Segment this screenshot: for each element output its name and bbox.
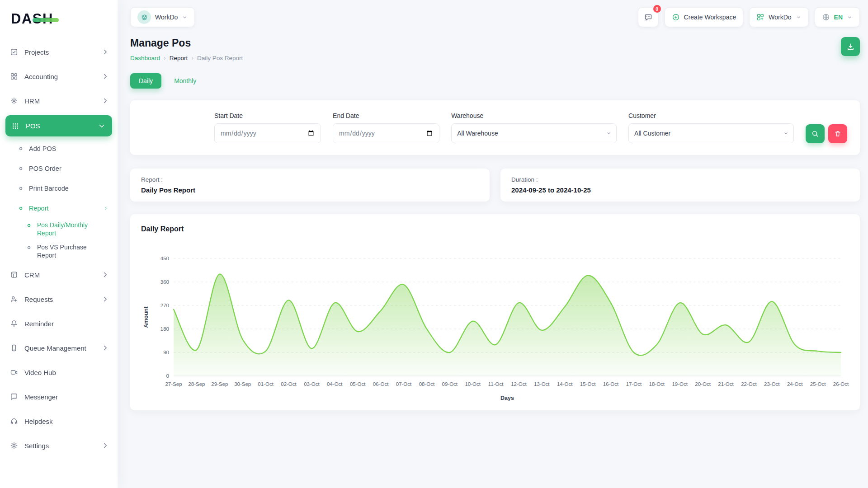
plus-circle-icon xyxy=(672,13,680,21)
sidebar-item-messenger[interactable]: Messenger xyxy=(0,385,118,409)
breadcrumb-dashboard[interactable]: Dashboard xyxy=(130,55,160,61)
svg-text:04-Oct: 04-Oct xyxy=(327,381,343,387)
language-button[interactable]: EN xyxy=(815,7,860,27)
svg-text:09-Oct: 09-Oct xyxy=(442,381,458,387)
sidebar-item-report[interactable]: Report xyxy=(0,198,118,218)
video-icon xyxy=(10,368,18,376)
chevron-right-icon xyxy=(101,271,109,279)
sidebar-item-hrm[interactable]: HRM xyxy=(0,89,118,113)
reminder-icon xyxy=(10,319,18,328)
sidebar-item-accounting[interactable]: Accounting xyxy=(0,64,118,89)
sidebar-item-label: CRM xyxy=(24,271,40,279)
end-date-label: End Date xyxy=(333,112,439,119)
svg-text:06-Oct: 06-Oct xyxy=(373,381,389,387)
workspace-switcher-label: WorkDo xyxy=(155,14,178,21)
accounting-icon xyxy=(10,72,18,80)
sidebar-item-pos-vs-purchase-report[interactable]: Pos VS Purchase Report xyxy=(0,240,118,263)
svg-text:Amount: Amount xyxy=(143,306,149,328)
end-date-input[interactable] xyxy=(333,123,439,143)
sidebar-item-label: Pos Daily/Monthly Report xyxy=(37,221,105,237)
sidebar-item-add-pos[interactable]: Add POS xyxy=(0,139,118,159)
customer-label: Customer xyxy=(628,112,794,119)
sidebar-item-pos-order[interactable]: POS Order xyxy=(0,159,118,178)
sidebar-item-crm[interactable]: CRM xyxy=(0,263,118,287)
sidebar-item-print-barcode[interactable]: Print Barcode xyxy=(0,178,118,198)
dot-icon xyxy=(18,166,24,171)
chevron-right-icon xyxy=(103,206,108,211)
svg-text:05-Oct: 05-Oct xyxy=(350,381,366,387)
svg-text:24-Oct: 24-Oct xyxy=(787,381,803,387)
svg-text:21-Oct: 21-Oct xyxy=(718,381,734,387)
messages-button[interactable]: 0 xyxy=(638,7,659,27)
workspace-avatar-icon xyxy=(137,10,151,24)
hrm-icon xyxy=(10,97,18,105)
sidebar-item-video-hub[interactable]: Video Hub xyxy=(0,360,118,385)
breadcrumb-report[interactable]: Report xyxy=(170,55,188,61)
tab-monthly[interactable]: Monthly xyxy=(174,77,196,84)
warehouse-select[interactable]: All Warehouse xyxy=(451,123,617,143)
chevron-right-icon xyxy=(101,441,109,450)
sidebar-item-label: Requests xyxy=(24,296,53,303)
breadcrumb-separator: › xyxy=(191,54,193,61)
tab-daily[interactable]: Daily xyxy=(130,73,161,89)
svg-text:25-Oct: 25-Oct xyxy=(810,381,826,387)
svg-text:08-Oct: 08-Oct xyxy=(419,381,435,387)
sidebar-item-helpdesk[interactable]: Helpdesk xyxy=(0,409,118,433)
sidebar-item-settings[interactable]: Settings xyxy=(0,433,118,458)
dot-icon xyxy=(18,146,24,151)
search-button[interactable] xyxy=(806,124,825,143)
chevron-down-icon xyxy=(182,14,188,20)
svg-text:17-Oct: 17-Oct xyxy=(626,381,642,387)
sidebar-item-pos[interactable]: POS xyxy=(5,115,112,136)
chevron-right-icon xyxy=(101,48,109,56)
summary-cards: Report : Daily Pos Report Duration : 202… xyxy=(130,169,860,202)
sidebar-item-queue-management[interactable]: Queue Management xyxy=(0,336,118,360)
svg-text:180: 180 xyxy=(160,326,169,332)
svg-text:Days: Days xyxy=(500,395,514,401)
svg-text:11-Oct: 11-Oct xyxy=(488,381,504,387)
sidebar: DASH ProjectsAccountingHRMPOSAdd POSPOS … xyxy=(0,0,118,488)
start-date-input[interactable] xyxy=(214,123,321,143)
workspace-switcher[interactable]: WorkDo xyxy=(130,7,195,27)
svg-text:90: 90 xyxy=(163,350,169,355)
svg-text:26-Oct: 26-Oct xyxy=(833,381,849,387)
sidebar-item-label: Print Barcode xyxy=(29,185,69,192)
sidebar-item-label: Projects xyxy=(24,48,49,56)
chevron-right-icon xyxy=(101,295,109,303)
workspace-menu-button[interactable]: WorkDo xyxy=(749,7,808,27)
download-icon xyxy=(846,42,855,51)
end-date-field: End Date xyxy=(333,112,439,143)
globe-icon xyxy=(822,13,830,21)
grid-plus-icon xyxy=(756,13,764,21)
create-workspace-button[interactable]: Create Workspace xyxy=(665,7,744,27)
svg-text:15-Oct: 15-Oct xyxy=(580,381,596,387)
report-value: Daily Pos Report xyxy=(141,186,479,194)
svg-text:450: 450 xyxy=(160,256,169,261)
sidebar-item-projects[interactable]: Projects xyxy=(0,40,118,64)
start-date-label: Start Date xyxy=(214,112,321,119)
svg-text:16-Oct: 16-Oct xyxy=(603,381,619,387)
chevron-right-icon xyxy=(101,97,109,105)
reset-icon xyxy=(834,130,842,138)
brand-logo[interactable]: DASH xyxy=(0,7,118,36)
sidebar-item-requests[interactable]: Requests xyxy=(0,287,118,311)
notification-badge: 0 xyxy=(653,5,661,13)
customer-select[interactable]: All Customer xyxy=(628,123,794,143)
breadcrumb-current: Daily Pos Report xyxy=(197,55,243,61)
sidebar-item-label: Queue Management xyxy=(24,344,86,352)
sidebar-item-label: POS xyxy=(26,122,40,130)
chevron-down-icon xyxy=(796,14,802,20)
logo-dash-accent xyxy=(33,18,59,22)
sidebar-item-pos-daily-monthly-report[interactable]: Pos Daily/Monthly Report xyxy=(0,218,118,240)
reset-button[interactable] xyxy=(828,124,847,143)
customer-field: Customer All Customer xyxy=(628,112,794,143)
settings-icon xyxy=(10,441,18,450)
sidebar-item-label: POS Order xyxy=(29,165,61,172)
svg-text:18-Oct: 18-Oct xyxy=(649,381,665,387)
sidebar-item-reminder[interactable]: Reminder xyxy=(0,311,118,336)
crm-icon xyxy=(10,271,18,279)
chevron-down-icon xyxy=(98,122,106,130)
download-button[interactable] xyxy=(841,37,860,56)
svg-text:10-Oct: 10-Oct xyxy=(465,381,481,387)
warehouse-label: Warehouse xyxy=(451,112,617,119)
